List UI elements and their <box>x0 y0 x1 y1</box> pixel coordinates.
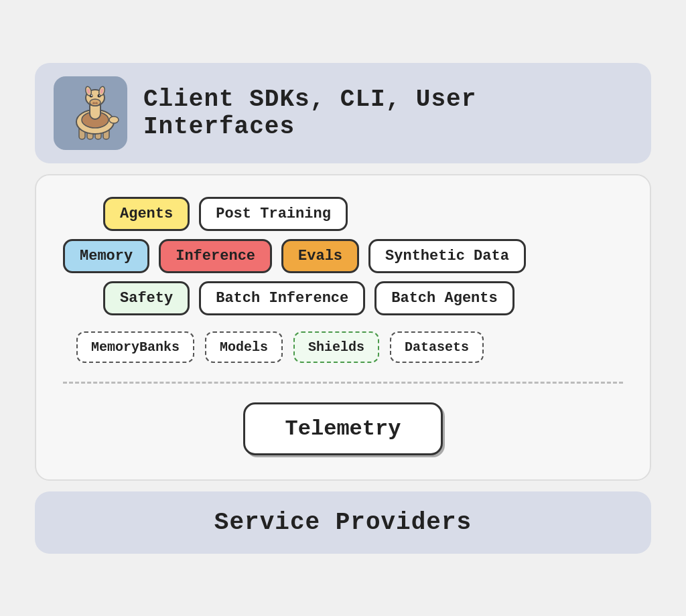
memory-pill: Memory <box>63 239 149 273</box>
header-title: Client SDKs, CLI, User Interfaces <box>143 86 632 141</box>
footer-title: Service Providers <box>214 509 472 536</box>
svg-point-9 <box>92 102 95 104</box>
telemetry-box: Telemetry <box>243 402 443 455</box>
svg-point-8 <box>90 99 100 106</box>
llama-icon <box>54 76 127 150</box>
synthetic-data-pill: Synthetic Data <box>368 239 526 273</box>
agents-pill: Agents <box>103 197 190 231</box>
safety-pill: Safety <box>103 281 190 315</box>
models-resource: Models <box>205 331 283 363</box>
api-row-1: Agents Post Training <box>63 197 348 231</box>
telemetry-row: Telemetry <box>63 402 623 455</box>
dashed-divider <box>63 382 623 384</box>
post-training-pill: Post Training <box>199 197 348 231</box>
api-area: Agents Post Training Memory Inference Ev… <box>63 197 623 315</box>
datasets-resource: Datasets <box>390 331 484 363</box>
bottom-section: Service Providers <box>35 491 651 554</box>
shields-resource: Shields <box>293 331 379 363</box>
api-row-3: Safety Batch Inference Batch Agents <box>63 281 514 315</box>
main-section: Agents Post Training Memory Inference Ev… <box>35 174 651 481</box>
evals-pill: Evals <box>281 239 359 273</box>
batch-inference-pill: Batch Inference <box>199 281 365 315</box>
top-section: Client SDKs, CLI, User Interfaces <box>35 63 651 163</box>
api-row-2: Memory Inference Evals Synthetic Data <box>63 239 526 273</box>
page-wrapper: Client SDKs, CLI, User Interfaces Agents… <box>0 0 686 616</box>
resources-row: MemoryBanks Models Shields Datasets <box>63 331 623 363</box>
batch-agents-pill: Batch Agents <box>374 281 514 315</box>
svg-point-10 <box>95 102 98 104</box>
inference-pill: Inference <box>159 239 272 273</box>
svg-point-19 <box>109 117 119 123</box>
memory-banks-resource: MemoryBanks <box>76 331 194 363</box>
llama-drawing <box>60 83 121 143</box>
